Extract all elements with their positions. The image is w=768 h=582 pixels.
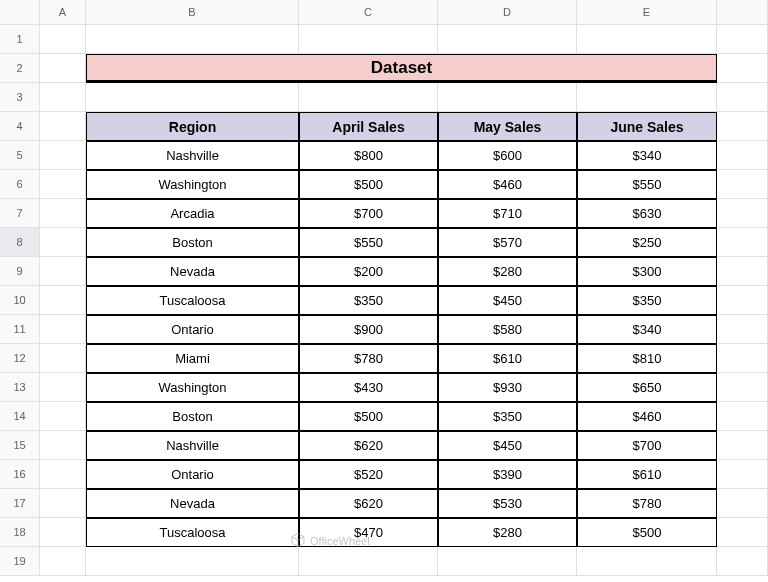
data-cell[interactable]: $350 bbox=[438, 402, 577, 431]
data-cell[interactable]: $500 bbox=[299, 402, 438, 431]
data-cell[interactable]: $520 bbox=[299, 460, 438, 489]
data-cell[interactable]: Washington bbox=[86, 373, 299, 402]
cell[interactable] bbox=[40, 112, 86, 141]
cell[interactable] bbox=[717, 460, 768, 489]
cell[interactable] bbox=[717, 489, 768, 518]
cell[interactable] bbox=[717, 112, 768, 141]
select-all-corner[interactable] bbox=[0, 0, 40, 25]
cell[interactable] bbox=[717, 373, 768, 402]
data-cell[interactable]: $550 bbox=[299, 228, 438, 257]
dataset-title[interactable]: Dataset bbox=[86, 54, 717, 83]
cell[interactable] bbox=[40, 141, 86, 170]
row-header[interactable]: 17 bbox=[0, 489, 40, 518]
cell[interactable] bbox=[717, 199, 768, 228]
cell[interactable] bbox=[40, 25, 86, 54]
row-header[interactable]: 7 bbox=[0, 199, 40, 228]
data-cell[interactable]: $600 bbox=[438, 141, 577, 170]
cell[interactable] bbox=[717, 402, 768, 431]
spreadsheet-grid[interactable]: A B C D E 1 2 Dataset 3 4 Region April S… bbox=[0, 0, 768, 576]
cell[interactable] bbox=[40, 315, 86, 344]
cell[interactable] bbox=[86, 547, 299, 576]
cell[interactable] bbox=[40, 460, 86, 489]
row-header[interactable]: 2 bbox=[0, 54, 40, 83]
cell[interactable] bbox=[717, 25, 768, 54]
cell[interactable] bbox=[40, 199, 86, 228]
cell[interactable] bbox=[717, 286, 768, 315]
data-cell[interactable]: $340 bbox=[577, 141, 717, 170]
cell[interactable] bbox=[40, 228, 86, 257]
cell[interactable] bbox=[40, 54, 86, 83]
row-header[interactable]: 15 bbox=[0, 431, 40, 460]
data-cell[interactable]: $700 bbox=[577, 431, 717, 460]
data-cell[interactable]: $930 bbox=[438, 373, 577, 402]
data-cell[interactable]: $530 bbox=[438, 489, 577, 518]
cell[interactable] bbox=[40, 431, 86, 460]
cell[interactable] bbox=[438, 83, 577, 112]
row-header[interactable]: 11 bbox=[0, 315, 40, 344]
row-header[interactable]: 19 bbox=[0, 547, 40, 576]
cell[interactable] bbox=[86, 25, 299, 54]
row-header[interactable]: 12 bbox=[0, 344, 40, 373]
cell[interactable] bbox=[717, 547, 768, 576]
cell[interactable] bbox=[86, 83, 299, 112]
data-cell[interactable]: Nevada bbox=[86, 489, 299, 518]
col-header-b[interactable]: B bbox=[86, 0, 299, 25]
data-cell[interactable]: Boston bbox=[86, 228, 299, 257]
data-cell[interactable]: Ontario bbox=[86, 315, 299, 344]
data-cell[interactable]: Miami bbox=[86, 344, 299, 373]
data-cell[interactable]: $650 bbox=[577, 373, 717, 402]
col-header-d[interactable]: D bbox=[438, 0, 577, 25]
cell[interactable] bbox=[299, 83, 438, 112]
cell[interactable] bbox=[717, 344, 768, 373]
data-cell[interactable]: $460 bbox=[438, 170, 577, 199]
data-cell[interactable]: $620 bbox=[299, 489, 438, 518]
data-cell[interactable]: Nevada bbox=[86, 257, 299, 286]
data-cell[interactable]: $340 bbox=[577, 315, 717, 344]
data-cell[interactable]: $800 bbox=[299, 141, 438, 170]
data-cell[interactable]: $250 bbox=[577, 228, 717, 257]
col-header-blank[interactable] bbox=[717, 0, 768, 25]
data-cell[interactable]: $200 bbox=[299, 257, 438, 286]
row-header[interactable]: 5 bbox=[0, 141, 40, 170]
data-cell[interactable]: $780 bbox=[299, 344, 438, 373]
cell[interactable] bbox=[40, 518, 86, 547]
cell[interactable] bbox=[299, 25, 438, 54]
cell[interactable] bbox=[717, 257, 768, 286]
data-cell[interactable]: $300 bbox=[577, 257, 717, 286]
cell[interactable] bbox=[577, 25, 717, 54]
data-cell[interactable]: Tuscaloosa bbox=[86, 518, 299, 547]
data-cell[interactable]: $350 bbox=[299, 286, 438, 315]
table-header-may[interactable]: May Sales bbox=[438, 112, 577, 141]
data-cell[interactable]: $470 bbox=[299, 518, 438, 547]
data-cell[interactable]: Ontario bbox=[86, 460, 299, 489]
cell[interactable] bbox=[40, 83, 86, 112]
data-cell[interactable]: $580 bbox=[438, 315, 577, 344]
cell[interactable] bbox=[577, 83, 717, 112]
data-cell[interactable]: $630 bbox=[577, 199, 717, 228]
cell[interactable] bbox=[717, 54, 768, 83]
data-cell[interactable]: $610 bbox=[577, 460, 717, 489]
cell[interactable] bbox=[40, 402, 86, 431]
cell[interactable] bbox=[40, 170, 86, 199]
row-header[interactable]: 9 bbox=[0, 257, 40, 286]
data-cell[interactable]: $900 bbox=[299, 315, 438, 344]
cell[interactable] bbox=[299, 547, 438, 576]
data-cell[interactable]: $550 bbox=[577, 170, 717, 199]
cell[interactable] bbox=[438, 547, 577, 576]
cell[interactable] bbox=[717, 83, 768, 112]
row-header[interactable]: 18 bbox=[0, 518, 40, 547]
row-header[interactable]: 8 bbox=[0, 228, 40, 257]
cell[interactable] bbox=[40, 257, 86, 286]
cell[interactable] bbox=[40, 286, 86, 315]
table-header-april[interactable]: April Sales bbox=[299, 112, 438, 141]
data-cell[interactable]: $780 bbox=[577, 489, 717, 518]
data-cell[interactable]: Nashville bbox=[86, 141, 299, 170]
col-header-e[interactable]: E bbox=[577, 0, 717, 25]
cell[interactable] bbox=[717, 141, 768, 170]
data-cell[interactable]: $430 bbox=[299, 373, 438, 402]
data-cell[interactable]: $570 bbox=[438, 228, 577, 257]
data-cell[interactable]: $450 bbox=[438, 431, 577, 460]
data-cell[interactable]: $280 bbox=[438, 257, 577, 286]
data-cell[interactable]: $810 bbox=[577, 344, 717, 373]
cell[interactable] bbox=[717, 228, 768, 257]
